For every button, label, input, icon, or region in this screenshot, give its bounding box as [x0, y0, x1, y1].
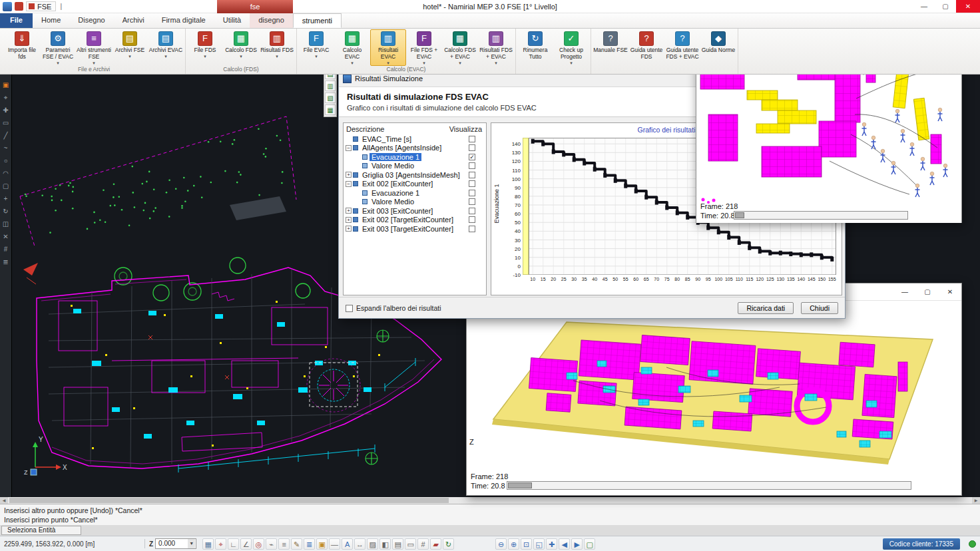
horizontal-scrollbar[interactable]: ◀ ▶ [0, 497, 980, 504]
archivi-evac-button[interactable]: ▤Archivi EVAC▾ [148, 29, 184, 66]
zoom-window-icon[interactable]: ⊡ [521, 538, 532, 550]
tree-item[interactable]: Valore Medio [344, 162, 486, 171]
scroll-left-icon[interactable]: ◀ [0, 497, 8, 504]
tree-item[interactable]: Evacuazione 1✓ [344, 152, 486, 162]
zoom-in-icon[interactable]: ⊕ [508, 538, 519, 550]
risultati-evac-button[interactable]: ▥Risultati EVAC▾ [370, 29, 406, 66]
layers-tool-icon[interactable]: ≣ [1, 257, 11, 268]
tree-expander-icon[interactable]: + [346, 208, 352, 214]
layers-icon[interactable]: ≣ [304, 538, 315, 550]
time-slider[interactable] [507, 481, 911, 490]
line-tool-icon[interactable]: ╱ [1, 130, 11, 141]
time-slider-thumb[interactable] [735, 212, 744, 218]
file-fds-evac-button[interactable]: FFile FDS + EVAC▾ [406, 29, 442, 66]
minimize-icon[interactable]: — [913, 0, 935, 13]
visualizza-checkbox[interactable] [469, 136, 475, 142]
zoom-out-icon[interactable]: ⊖ [495, 538, 507, 550]
calcolo-fds-button[interactable]: ▦Calcolo FDS▾ [223, 29, 259, 66]
visualizza-checkbox[interactable] [469, 144, 475, 151]
color-icon[interactable]: ▣ [316, 538, 328, 550]
maximize-icon[interactable]: ▢ [916, 283, 939, 300]
pan-icon[interactable]: ✚ [546, 538, 557, 550]
visualizza-checkbox[interactable] [469, 180, 475, 187]
visualizza-checkbox[interactable] [469, 162, 475, 169]
arc-tool-icon[interactable]: ◠ [1, 168, 11, 179]
altri-strumenti-fse-button[interactable]: ≡Altri strumenti FSE▾ [76, 29, 112, 66]
tab-home[interactable]: Home [33, 13, 69, 28]
guida-utente-fds-evac-button[interactable]: ?Guida utente FDS + EVAC [664, 29, 700, 66]
hatch-icon[interactable]: ▨ [367, 538, 378, 550]
close-icon[interactable]: ✕ [939, 283, 961, 300]
measure-tool-icon[interactable]: # [1, 244, 11, 255]
tree-item[interactable]: +Exit 003 [TargetExitCounter] [344, 224, 486, 234]
rotate-tool-icon[interactable]: ↻ [1, 206, 11, 217]
dimension-icon[interactable]: ↔ [354, 538, 366, 550]
tree-item[interactable]: +Griglia 03 [AgentsInsideMesh] [344, 170, 486, 180]
rectangle-tool-icon[interactable]: ▢ [1, 181, 11, 192]
quick-access-fse[interactable]: FSE [26, 1, 56, 11]
close-icon[interactable]: ✕ [956, 0, 980, 13]
float-copy-icon[interactable]: ▥ [325, 81, 336, 91]
polar-toggle-icon[interactable]: ∠ [240, 538, 252, 550]
tree-item[interactable]: +Exit 003 [ExitCounter] [344, 206, 486, 216]
tree-item[interactable]: +Exit 002 [TargetExitCounter] [344, 216, 486, 225]
scroll-right-icon[interactable]: ▶ [972, 497, 980, 504]
ricarica-dati-button[interactable]: Ricarica dati [738, 302, 794, 314]
tab-strumenti[interactable]: strumenti [293, 13, 342, 28]
minimize-icon[interactable]: — [893, 283, 916, 300]
erase-tool-icon[interactable]: ✕ [1, 232, 11, 242]
expand-tree-checkbox[interactable]: Espandi l'albero dei risultati [346, 304, 441, 312]
tab-utilit-[interactable]: Utilità [214, 13, 250, 28]
risultati-fds-button[interactable]: ▥Risultati FDS▾ [259, 29, 295, 66]
rinumera-tutto-button[interactable]: ↻Rinumera Tutto [517, 29, 553, 66]
time-slider-thumb[interactable] [508, 482, 532, 488]
file-fds-button[interactable]: FFile FDS▾ [187, 29, 223, 66]
table-icon[interactable]: ▤ [392, 538, 403, 550]
scrollbar-thumb[interactable] [9, 498, 449, 503]
tree-expander-icon[interactable]: + [346, 172, 352, 178]
time-slider[interactable] [734, 211, 908, 220]
tree-expander-icon[interactable]: + [346, 226, 352, 232]
polyline-tool-icon[interactable]: ~ [1, 143, 11, 154]
risultati-fds-evac-button[interactable]: ▥Risultati FDS + EVAC▾ [478, 29, 514, 66]
tab-firma-digitale[interactable]: Firma digitale [153, 13, 214, 28]
mirror-tool-icon[interactable]: ◫ [1, 219, 11, 230]
calcolo-evac-button[interactable]: ▦Calcolo EVAC▾ [334, 29, 370, 66]
visualizza-checkbox[interactable] [469, 190, 475, 196]
visualizza-checkbox[interactable]: ✓ [469, 154, 475, 160]
dynamic-input-icon[interactable]: ✎ [291, 538, 302, 550]
float-paste-icon[interactable]: ▧ [325, 92, 336, 103]
visualizza-checkbox[interactable] [469, 198, 475, 205]
command-line[interactable]: Inserisci altro punto oppure [Undo]) *Ca… [0, 504, 980, 525]
zoom-window-tool-icon[interactable]: ▭ [1, 118, 11, 128]
z-value-combobox[interactable]: 0.000▼ [155, 538, 196, 549]
visualizza-checkbox[interactable] [469, 208, 475, 214]
check-up-progetto-button[interactable]: ✓Check up Progetto▾ [553, 29, 589, 66]
tree-item[interactable]: −AllAgents [AgentsInside] [344, 144, 486, 153]
select-tool-icon[interactable]: ⌖ [1, 92, 11, 103]
zoom-extents-icon[interactable]: ◱ [533, 538, 545, 550]
text-style-icon[interactable]: A [342, 538, 353, 550]
archivi-fse-button[interactable]: ▤Archivi FSE▾ [112, 29, 148, 66]
measure-icon[interactable]: # [417, 538, 429, 550]
paint-icon[interactable]: ▰ [430, 538, 441, 550]
fds-palette-icon[interactable]: ▣ [1, 80, 11, 91]
maximize-icon[interactable]: ▢ [935, 0, 956, 13]
linetype-icon[interactable]: — [329, 538, 340, 550]
command-prompt[interactable]: Seleziona Entità [1, 526, 81, 535]
regen-icon[interactable]: ↻ [443, 538, 454, 550]
smokeview-plan-scene[interactable] [467, 301, 960, 495]
importa-file-fds-button[interactable]: ⇓Importa file fds [4, 29, 40, 66]
block-icon[interactable]: ◧ [379, 538, 391, 550]
tab-disegno[interactable]: disegno [250, 13, 293, 28]
chiudi-button[interactable]: Chiudi [801, 302, 838, 314]
pan-tool-icon[interactable]: ✚ [1, 105, 11, 116]
file-evac-button[interactable]: FFile EVAC▾ [298, 29, 334, 66]
guida-norme-button[interactable]: ◆Guida Norme [700, 29, 736, 66]
calcolo-fds-evac-button[interactable]: ▦Calcolo FDS + EVAC▾ [442, 29, 478, 66]
lineweight-toggle-icon[interactable]: ≡ [278, 538, 290, 550]
move-tool-icon[interactable]: + [1, 194, 11, 204]
tree-expander-icon[interactable]: − [346, 145, 352, 151]
tree-expander-icon[interactable]: + [346, 217, 352, 223]
tree-item[interactable]: Valore Medio [344, 198, 486, 207]
